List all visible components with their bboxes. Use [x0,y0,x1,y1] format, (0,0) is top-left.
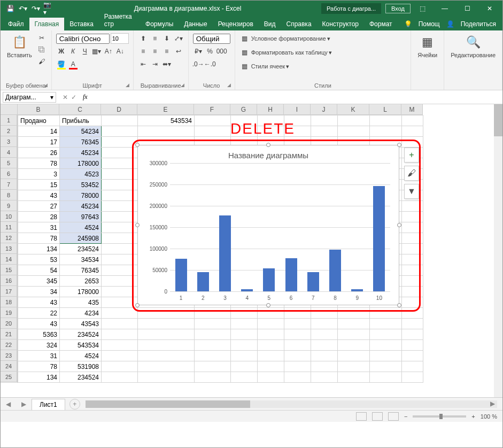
zoom-in-icon[interactable]: + [471,413,475,420]
cell[interactable] [102,115,138,126]
cell[interactable]: 134 [18,372,60,383]
sheet-tab-1[interactable]: Лист1 [32,399,65,410]
login-button[interactable]: Вход [385,4,411,13]
cell[interactable] [138,372,195,383]
chart-bar[interactable] [175,259,187,291]
percent-icon[interactable]: % [205,46,215,57]
col-header[interactable]: M [401,104,423,115]
cell[interactable]: 4523 [60,169,102,180]
cell[interactable] [370,308,402,319]
cell[interactable] [402,372,423,383]
cell[interactable]: 2653 [60,276,102,287]
chevron-down-icon[interactable]: ▾ [50,94,53,101]
chart-bar[interactable] [351,289,363,291]
merge-icon[interactable]: ⬌▾ [161,59,172,69]
cell[interactable] [311,319,338,329]
cell[interactable]: 4524 [60,351,102,361]
col-header[interactable]: B [18,104,59,115]
col-header[interactable]: F [194,104,230,115]
cell[interactable] [338,319,370,329]
row-header[interactable]: 20 [1,318,17,329]
cell[interactable] [402,287,423,297]
cell[interactable]: 543534 [60,340,102,351]
view-normal-icon[interactable] [356,412,367,421]
cell[interactable] [338,351,370,361]
cell[interactable] [402,276,423,287]
chart-styles-button[interactable]: 🖌 [404,166,419,181]
tab-format[interactable]: Формат [364,18,398,30]
tab-layout[interactable]: Разметка стр [99,10,140,30]
cell[interactable]: 15 [18,180,60,190]
cell[interactable] [338,372,370,383]
font-name-combo[interactable] [56,34,110,44]
col-header[interactable]: D [101,104,137,115]
tab-help[interactable]: Справка [281,18,316,30]
indent-increase-icon[interactable]: ⇥ [150,59,160,69]
cell[interactable] [102,222,138,233]
row-header[interactable]: 17 [1,286,17,297]
chart-bar[interactable] [197,272,209,291]
row-header[interactable]: 24 [1,361,17,372]
resize-handle[interactable] [135,223,140,227]
cell[interactable] [102,158,138,169]
cell[interactable]: 4524 [60,222,102,233]
cell[interactable] [102,254,138,265]
row-header[interactable]: 18 [1,297,17,307]
undo-icon[interactable]: ↶▾ [18,3,28,14]
select-all-corner[interactable] [1,104,18,115]
cell[interactable] [370,351,402,361]
row-header[interactable]: 13 [1,243,17,254]
cell[interactable] [138,126,195,137]
cell[interactable] [195,361,231,372]
italic-button[interactable]: К [68,46,79,57]
resize-handle[interactable] [397,223,401,227]
zoom-slider[interactable] [413,415,466,418]
cell[interactable] [370,372,402,383]
col-header[interactable]: J [311,104,337,115]
cell[interactable] [370,329,402,340]
cell[interactable]: 543534 [138,115,195,126]
row-header[interactable]: 5 [1,158,17,168]
row-header[interactable]: 19 [1,307,17,318]
cell[interactable] [402,308,423,319]
cell[interactable] [402,126,423,137]
cell[interactable] [102,287,138,297]
scroll-right-icon[interactable]: ▶ [490,400,495,407]
cell[interactable]: 34534 [60,254,102,265]
cell[interactable]: 31 [18,222,60,233]
tell-me-label[interactable]: Помощ [419,20,440,28]
dialog-launcher-icon[interactable]: ◢ [226,82,233,89]
cell[interactable]: 27 [18,201,60,212]
cell[interactable] [258,351,284,361]
tab-nav-next-icon[interactable]: ▶ [16,400,32,408]
cell[interactable] [102,308,138,319]
cell[interactable] [138,351,195,361]
comma-icon[interactable]: 000 [216,46,227,57]
cell[interactable] [402,319,423,329]
cell[interactable]: 76345 [60,265,102,276]
row-header[interactable]: 2 [1,126,17,136]
cell[interactable]: 4234 [60,308,102,319]
cell[interactable]: 178000 [60,158,102,169]
cell[interactable] [311,308,338,319]
number-format-combo[interactable] [193,34,230,44]
cell[interactable]: 43 [18,319,60,329]
cell[interactable] [231,329,258,340]
cell[interactable] [311,115,338,126]
row-header[interactable]: 25 [1,372,17,382]
minimize-icon[interactable]: — [434,1,455,17]
add-sheet-button[interactable]: + [69,399,80,410]
cell-styles-button[interactable]: ▦Стили ячеек▾ [239,60,332,72]
currency-icon[interactable]: ₽▾ [193,46,204,57]
cell[interactable] [402,329,423,340]
cell[interactable] [402,254,423,265]
cell[interactable] [370,319,402,329]
cell[interactable] [138,361,195,372]
chart-title[interactable]: Название диаграммы [138,145,399,163]
row-header[interactable]: 14 [1,254,17,265]
cell[interactable]: 245908 [60,233,102,244]
col-header[interactable]: G [230,104,257,115]
resize-handle[interactable] [135,303,140,307]
cell[interactable]: 45234 [60,201,102,212]
row-header[interactable]: 12 [1,233,17,243]
